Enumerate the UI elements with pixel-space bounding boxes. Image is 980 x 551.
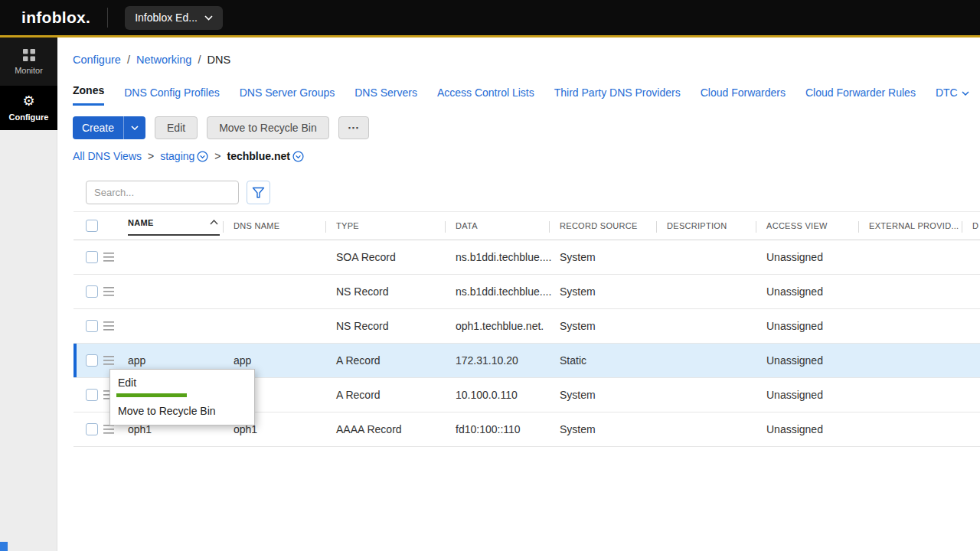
cell-record-source: System xyxy=(560,389,596,401)
drag-handle-icon[interactable] xyxy=(103,356,114,365)
column-header-access-view[interactable]: ACCESS VIEW xyxy=(766,221,828,230)
move-to-recycle-bin-button[interactable]: Move to Recycle Bin xyxy=(207,116,329,139)
sort-ascending-icon xyxy=(210,220,218,225)
column-header-record-source[interactable]: RECORD SOURCE xyxy=(560,221,638,230)
all-dns-views-link[interactable]: All DNS Views xyxy=(73,150,142,162)
app-window: infoblox. Infoblox Ed... Monitor ⚙ Confi… xyxy=(0,0,980,551)
create-button-label: Create xyxy=(73,116,123,139)
row-checkbox[interactable] xyxy=(86,423,98,435)
tab-label: Third Party DNS Providers xyxy=(554,86,681,99)
column-header-dns-name[interactable]: DNS NAME xyxy=(234,221,279,230)
breadcrumb-networking[interactable]: Networking xyxy=(136,54,192,66)
column-header-label: NAME xyxy=(128,218,154,227)
column-header-data[interactable]: DATA xyxy=(456,221,478,230)
cell-data: ns.b1ddi.techblue.... xyxy=(456,251,551,263)
row-checkbox[interactable] xyxy=(86,354,98,367)
drag-handle-icon[interactable] xyxy=(103,321,114,331)
sidebar: Monitor ⚙ Configure xyxy=(0,37,57,551)
menu-item-move-to-recycle-bin[interactable]: Move to Recycle Bin xyxy=(110,401,254,419)
cell-type: NS Record xyxy=(336,320,388,332)
app-switcher-label: Infoblox Ed... xyxy=(135,11,198,24)
header-divider xyxy=(107,8,108,28)
more-actions-button[interactable]: ⋯ xyxy=(338,116,369,139)
app-switcher-button[interactable]: Infoblox Ed... xyxy=(125,6,223,30)
column-header-d[interactable]: D xyxy=(972,221,978,230)
tab-cloud-forwarders[interactable]: Cloud Forwarders xyxy=(701,86,786,106)
breadcrumb-separator: / xyxy=(198,54,201,66)
tab-label: Cloud Forwarder Rules xyxy=(805,86,916,99)
tab-dtc[interactable]: DTC xyxy=(936,86,969,106)
gear-icon: ⚙ xyxy=(22,94,34,108)
row-checkbox[interactable] xyxy=(86,285,98,298)
cell-type: A Record xyxy=(336,354,381,367)
column-header-description[interactable]: DESCRIPTION xyxy=(667,221,727,230)
breadcrumb-configure[interactable]: Configure xyxy=(73,54,121,66)
tab-dns-server-groups[interactable]: DNS Server Groups xyxy=(240,86,335,106)
table-row[interactable]: NS Record ns.b1ddi.techblue.... System U… xyxy=(74,275,980,309)
cell-data: 172.31.10.20 xyxy=(456,354,518,367)
tab-access-control-lists[interactable]: Access Control Lists xyxy=(437,86,534,106)
column-header-label: RECORD SOURCE xyxy=(560,221,638,230)
column-header-type[interactable]: TYPE xyxy=(336,221,359,230)
cell-type: A Record xyxy=(336,389,381,401)
tab-label: Zones xyxy=(73,84,104,96)
row-context-menu: Edit Move to Recycle Bin xyxy=(109,369,255,425)
cell-record-source: System xyxy=(560,285,596,298)
cell-type: AAAA Record xyxy=(336,423,402,435)
menu-item-edit[interactable]: Edit xyxy=(110,373,254,391)
tab-cloud-forwarder-rules[interactable]: Cloud Forwarder Rules xyxy=(805,86,916,106)
drag-handle-icon[interactable] xyxy=(103,253,114,262)
column-header-label: D xyxy=(972,221,978,230)
current-zone: techblue.net xyxy=(227,150,304,162)
staging-view-label: staging xyxy=(160,150,194,162)
select-all-checkbox[interactable] xyxy=(86,220,98,232)
create-dropdown-caret[interactable] xyxy=(123,116,145,139)
staging-view-link[interactable]: staging xyxy=(160,150,208,162)
drag-handle-icon[interactable] xyxy=(103,425,114,434)
dns-view-path: All DNS Views > staging > techblue.net xyxy=(73,150,304,162)
cell-dns-name: app xyxy=(234,354,251,367)
cell-access-view: Unassigned xyxy=(766,423,823,435)
drag-handle-icon[interactable] xyxy=(103,287,114,296)
tab-dns-config-profiles[interactable]: DNS Config Profiles xyxy=(124,86,220,106)
breadcrumb-dns: DNS xyxy=(207,54,230,66)
create-button[interactable]: Create xyxy=(73,116,145,139)
path-separator: > xyxy=(214,150,220,162)
column-header-label: DNS NAME xyxy=(234,221,279,230)
cell-data: oph1.techblue.net. xyxy=(456,320,544,332)
chevron-down-icon xyxy=(131,126,139,130)
column-header-label: EXTERNAL PROVID... xyxy=(869,221,959,230)
edit-button[interactable]: Edit xyxy=(155,116,198,139)
column-header-name[interactable]: NAME xyxy=(128,218,220,236)
main-content: Configure / Networking / DNS Zones DNS C… xyxy=(58,37,980,551)
top-header: infoblox. Infoblox Ed... xyxy=(0,0,980,35)
tab-label: DNS Server Groups xyxy=(240,86,335,99)
sidebar-item-configure[interactable]: ⚙ Configure xyxy=(0,86,57,130)
row-checkbox[interactable] xyxy=(86,251,98,263)
circle-chevron-icon[interactable] xyxy=(197,151,208,162)
table-row[interactable]: NS Record oph1.techblue.net. System Unas… xyxy=(74,309,980,344)
tab-label: DNS Config Profiles xyxy=(124,86,220,99)
search-row xyxy=(86,181,270,204)
tab-dns-servers[interactable]: DNS Servers xyxy=(354,86,417,106)
column-header-external-provid[interactable]: EXTERNAL PROVID... xyxy=(869,221,959,230)
cell-access-view: Unassigned xyxy=(766,320,823,332)
table-row[interactable]: SOA Record ns.b1ddi.techblue.... System … xyxy=(74,240,980,275)
sidebar-item-label: Configure xyxy=(9,112,49,122)
sidebar-item-monitor[interactable]: Monitor xyxy=(0,37,57,86)
cell-record-source: System xyxy=(560,320,596,332)
cell-data: ns.b1ddi.techblue.... xyxy=(456,285,551,298)
filter-button[interactable] xyxy=(247,181,270,204)
column-header-label: TYPE xyxy=(336,221,359,230)
circle-chevron-icon[interactable] xyxy=(292,151,304,162)
cell-record-source: System xyxy=(560,251,596,263)
tab-zones[interactable]: Zones xyxy=(73,84,104,106)
toolbar: Create Edit Move to Recycle Bin ⋯ xyxy=(73,116,369,139)
tab-third-party-dns-providers[interactable]: Third Party DNS Providers xyxy=(554,86,681,106)
cell-data: 10.100.0.110 xyxy=(456,389,518,401)
row-checkbox[interactable] xyxy=(86,389,98,401)
search-input[interactable] xyxy=(86,181,239,204)
menu-highlight-bar xyxy=(116,393,187,397)
row-checkbox[interactable] xyxy=(86,320,98,332)
chevron-down-icon xyxy=(204,15,213,21)
